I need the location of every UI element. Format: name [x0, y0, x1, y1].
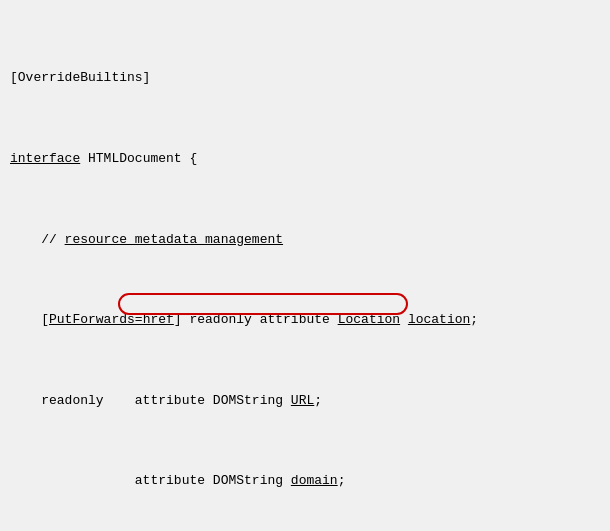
url-attr: URL — [291, 393, 314, 408]
line-4: [PutForwards=href] readonly attribute Lo… — [10, 310, 600, 330]
location-attr: location — [408, 312, 470, 327]
location-type: Location — [338, 312, 400, 327]
line-3: // resource metadata management — [10, 230, 600, 250]
putforwards: PutForwards=href — [49, 312, 174, 327]
line-5: readonly attribute DOMString URL; — [10, 391, 600, 411]
line-2: interface HTMLDocument { — [10, 149, 600, 169]
code-block: [OverrideBuiltins] interface HTMLDocumen… — [0, 0, 610, 531]
interface-keyword: interface — [10, 151, 80, 166]
domain-attr: domain — [291, 473, 338, 488]
section-resource: resource metadata management — [65, 232, 283, 247]
line-6: attribute DOMString domain; — [10, 471, 600, 491]
line-1: [OverrideBuiltins] — [10, 68, 600, 88]
